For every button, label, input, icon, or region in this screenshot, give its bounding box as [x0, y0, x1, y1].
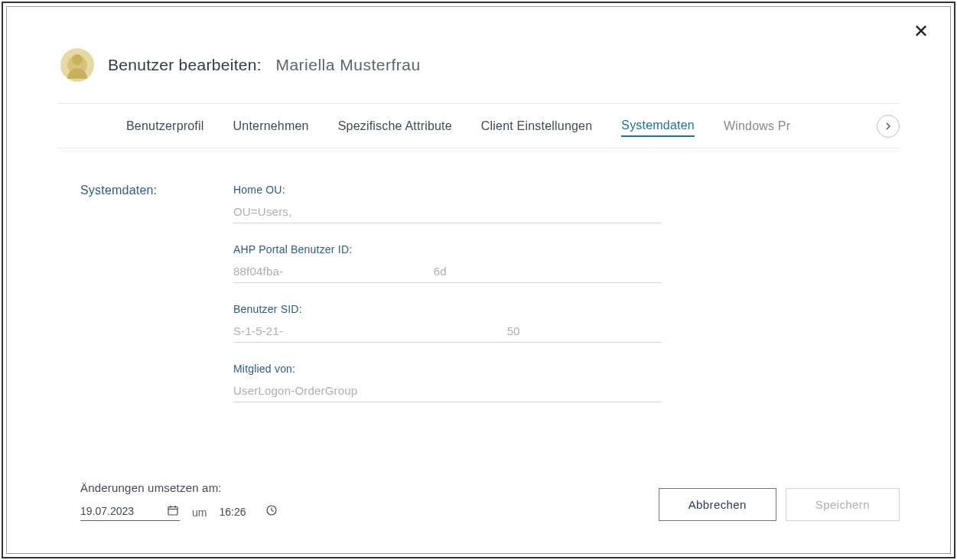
- clock-icon[interactable]: [266, 505, 277, 516]
- tab-benutzerprofil[interactable]: Benutzerprofil: [126, 116, 204, 136]
- svg-rect-1: [168, 507, 177, 516]
- edit-user-dialog: ✕ Benutzer bearbeiten: Mariella Musterfr…: [11, 11, 946, 549]
- portal-id-input[interactable]: [233, 262, 662, 283]
- cancel-button[interactable]: Abbrechen: [659, 488, 776, 521]
- title-username: Mariella Musterfrau: [275, 56, 420, 73]
- chevron-right-icon: [884, 122, 892, 130]
- schedule-label: Änderungen umsetzen am:: [80, 481, 277, 494]
- save-button[interactable]: Speichern: [786, 488, 900, 521]
- tabs: Benutzerprofil Unternehmen Spezifische A…: [126, 104, 867, 148]
- dialog-title: Benutzer bearbeiten: Mariella Musterfrau: [108, 56, 421, 74]
- svg-line-7: [272, 510, 274, 512]
- field-home-ou: Home OU:: [233, 184, 662, 223]
- sid-input[interactable]: [233, 321, 662, 343]
- fields: Home OU: AHP Portal Benutzer ID: Benutze…: [233, 184, 662, 467]
- title-prefix: Benutzer bearbeiten:: [108, 56, 262, 73]
- schedule-separator: um: [192, 506, 207, 519]
- sid-label: Benutzer SID:: [233, 303, 662, 315]
- member-of-input[interactable]: [233, 381, 662, 402]
- schedule-date-input[interactable]: [80, 503, 180, 521]
- action-buttons: Abbrechen Speichern: [659, 488, 900, 521]
- home-ou-label: Home OU:: [233, 184, 662, 196]
- field-portal-id: AHP Portal Benutzer ID:: [233, 243, 662, 283]
- annotation-arrow-up-icon: [898, 193, 900, 300]
- schedule-block: Änderungen umsetzen am: um: [80, 481, 277, 521]
- tabs-bar: Benutzerprofil Unternehmen Spezifische A…: [57, 104, 900, 148]
- schedule-row: um: [80, 503, 277, 521]
- member-of-label: Mitglied von:: [233, 363, 662, 375]
- home-ou-input[interactable]: [233, 202, 662, 223]
- calendar-icon[interactable]: [168, 505, 178, 516]
- avatar: [60, 48, 94, 82]
- tab-spezifische-attribute[interactable]: Spezifische Attribute: [338, 116, 452, 136]
- close-icon[interactable]: ✕: [913, 22, 929, 41]
- tab-unternehmen[interactable]: Unternehmen: [233, 116, 309, 136]
- dialog-header: Benutzer bearbeiten: Mariella Musterfrau: [57, 34, 900, 103]
- portal-id-label: AHP Portal Benutzer ID:: [233, 243, 662, 256]
- field-sid: Benutzer SID:: [233, 303, 662, 343]
- dialog-footer: Änderungen umsetzen am: um: [57, 467, 900, 526]
- field-member-of: Mitglied von:: [233, 363, 662, 402]
- tab-systemdaten[interactable]: Systemdaten: [621, 116, 695, 137]
- tab-windows[interactable]: Windows Pr: [724, 116, 790, 136]
- tabs-scroll-right-button[interactable]: [877, 115, 900, 138]
- section-label: Systemdaten:: [80, 184, 233, 467]
- form-area: Systemdaten: Home OU: AHP Portal Benutze…: [57, 148, 900, 467]
- tab-client-einstellungen[interactable]: Client Einstellungen: [481, 116, 592, 136]
